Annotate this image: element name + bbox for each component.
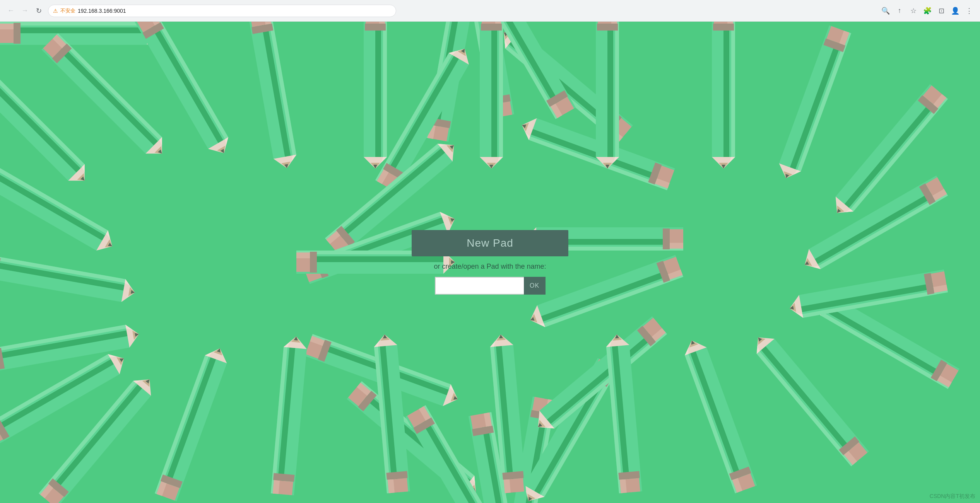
svg-marker-7 xyxy=(147,22,159,33)
center-ui: New Pad or create/open a Pad with the na… xyxy=(412,230,568,295)
security-icon: ⚠ xyxy=(53,8,58,14)
svg-marker-6 xyxy=(147,22,159,45)
main-content: New Pad or create/open a Pad with the na… xyxy=(0,22,980,503)
svg-marker-2 xyxy=(0,22,147,26)
url-input[interactable] xyxy=(78,8,391,14)
reload-button[interactable]: ↻ xyxy=(32,5,45,17)
profile-button[interactable]: 👤 xyxy=(949,5,961,17)
nav-buttons: ← → ↻ xyxy=(5,5,45,17)
svg-rect-3 xyxy=(0,24,14,43)
svg-marker-1 xyxy=(0,27,147,33)
create-label: or create/open a Pad with the name: xyxy=(434,263,546,271)
svg-marker-0 xyxy=(0,22,159,45)
pad-name-row: OK xyxy=(435,277,546,295)
svg-rect-5 xyxy=(14,23,21,44)
browser-chrome: ← → ↻ ⚠ 不安全 🔍 ↑ ☆ 🧩 ⊡ 👤 ⋮ xyxy=(0,0,980,22)
watermark: CSDN内容T初发布 xyxy=(930,493,975,500)
address-bar[interactable]: ⚠ 不安全 xyxy=(48,5,396,17)
ok-button[interactable]: OK xyxy=(524,277,546,295)
svg-marker-9 xyxy=(155,31,159,35)
extensions-button[interactable]: 🧩 xyxy=(921,5,934,17)
forward-button[interactable]: → xyxy=(19,5,31,17)
new-pad-button[interactable]: New Pad xyxy=(412,230,568,256)
toolbar-right: 🔍 ↑ ☆ 🧩 ⊡ 👤 ⋮ xyxy=(879,5,975,17)
split-screen-button[interactable]: ⊡ xyxy=(935,5,948,17)
security-label: 不安全 xyxy=(60,7,75,14)
zoom-button[interactable]: 🔍 xyxy=(879,5,892,17)
svg-rect-4 xyxy=(0,24,14,29)
back-button[interactable]: ← xyxy=(5,5,17,17)
svg-marker-8 xyxy=(153,29,159,38)
share-button[interactable]: ↑ xyxy=(893,5,906,17)
pad-name-input[interactable] xyxy=(435,277,524,295)
bookmark-button[interactable]: ☆ xyxy=(907,5,920,17)
menu-button[interactable]: ⋮ xyxy=(963,5,975,17)
